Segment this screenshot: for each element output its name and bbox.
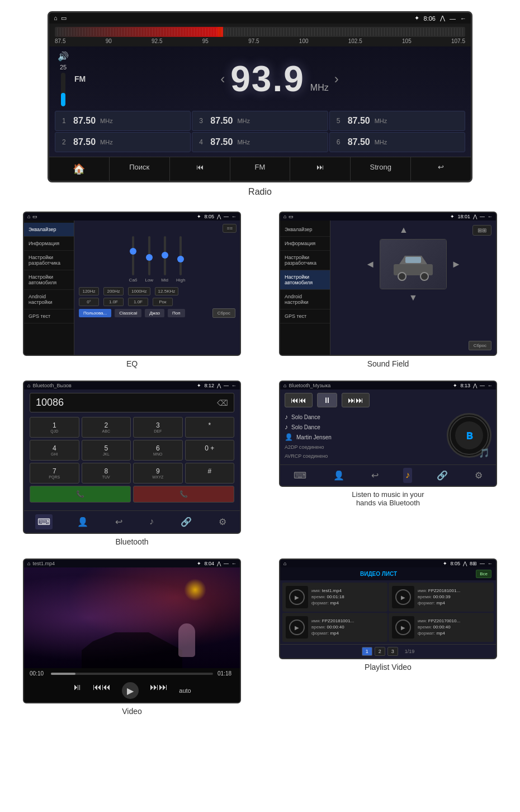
eq-val-1f2[interactable]: 1.0F <box>128 298 148 306</box>
key-5[interactable]: 5JKL <box>82 440 131 461</box>
pv-item-4[interactable]: ▶ имя: FPZ20170010... время: 00:00:40 фо… <box>389 613 494 642</box>
sf-menu-info[interactable]: Информация <box>280 237 330 251</box>
search-button[interactable]: Поиск <box>110 157 170 181</box>
sf-right-arrow[interactable]: ► <box>451 259 461 270</box>
eq-freq-200[interactable]: 200Hz <box>103 287 124 295</box>
video-next-btn[interactable]: ⏭⏭ <box>150 682 168 699</box>
eq-menu-gps[interactable]: GPS тест <box>24 309 74 323</box>
next-freq-arrow[interactable]: › <box>334 71 339 87</box>
key-star[interactable]: * <box>185 417 235 438</box>
bt-music-icon[interactable]: ♪ <box>147 514 156 529</box>
volume-bar[interactable] <box>61 73 65 106</box>
sf-left-arrow[interactable]: ◄ <box>365 259 375 270</box>
video-prev-btn[interactable]: ⏮⏮ <box>93 682 111 699</box>
key-9[interactable]: 9WXYZ <box>133 463 183 484</box>
eq-menu-equalizer[interactable]: Эквалайзер <box>24 223 74 237</box>
pv-info-2: имя: FPZ20181001... время: 00:00:39 форм… <box>418 588 490 607</box>
pv-item-1[interactable]: ▶ имя: test1.mp4 время: 00:01:18 формат:… <box>282 583 387 612</box>
video-row: ⌂ test1.mp4 ✦ 8:04 ⋀ — ← 00:10 <box>8 558 512 724</box>
btm-history-icon[interactable]: ↩ <box>369 468 381 483</box>
bt-history-icon[interactable]: ↩ <box>113 514 125 529</box>
preset-2[interactable]: 2 87.50 MHz <box>55 132 191 152</box>
btm-play-btn[interactable]: ⏸ <box>317 393 337 407</box>
btm-link-icon[interactable]: 🔗 <box>434 468 450 483</box>
video-prog-bar[interactable] <box>51 673 213 675</box>
sf-menu-dev[interactable]: Настройкиразработчика <box>280 251 330 270</box>
pv-page-count: 1/19 <box>405 649 415 654</box>
preset-4[interactable]: 4 87.50 MHz <box>192 132 328 152</box>
eq-reset-btn[interactable]: Сброс <box>212 308 235 318</box>
eq-menu-car[interactable]: Настройкиавтомобиля <box>24 270 74 290</box>
eq-preset-pop[interactable]: Поп <box>168 309 185 317</box>
volume-icon: 🔊 <box>58 51 69 62</box>
btm-contacts-icon[interactable]: 👤 <box>331 468 347 483</box>
btm-music-icon[interactable]: ♪ <box>403 468 412 483</box>
eq-preset-user[interactable]: Пользова... <box>79 309 111 317</box>
eq-preset-classical[interactable]: Classical <box>115 309 141 317</box>
pv-all-btn[interactable]: Все <box>476 570 491 578</box>
eq-val-1f[interactable]: 1.0F <box>103 298 124 306</box>
eq-menu-dev[interactable]: Настройкиразработчика <box>24 251 74 270</box>
btm-bt-icon: ✦ <box>453 383 457 388</box>
sf-menu-gps[interactable]: GPS тест <box>280 309 330 323</box>
sf-menu-equalizer[interactable]: Эквалайзер <box>280 223 330 237</box>
key-4[interactable]: 4GHI <box>30 440 79 461</box>
key-6[interactable]: 6MNO <box>133 440 183 461</box>
home-icon: ⌂ <box>54 15 58 22</box>
sf-down-arrow[interactable]: ▼ <box>335 293 491 303</box>
eq-menu-info[interactable]: Информация <box>24 237 74 251</box>
eq-val-rok[interactable]: Рок <box>153 298 173 306</box>
key-1[interactable]: 1QJD <box>30 417 79 438</box>
key-7[interactable]: 7PQRS <box>30 463 79 484</box>
bt-settings-icon[interactable]: ⚙ <box>216 514 229 529</box>
sf-eq-icon-btn[interactable]: ⊞⊞ <box>472 225 491 236</box>
next-button[interactable]: ⏭ <box>290 157 351 181</box>
btm-settings-icon[interactable]: ⚙ <box>472 468 485 483</box>
key-call[interactable]: 📞 <box>30 486 131 503</box>
eq-preset-jazz[interactable]: Джаз <box>145 309 164 317</box>
preset-6[interactable]: 6 87.50 MHz <box>329 132 465 152</box>
video-play-btn[interactable]: ▶ <box>122 682 139 699</box>
key-0[interactable]: 0 + <box>185 440 235 461</box>
pv-page-1[interactable]: 1 <box>362 647 372 656</box>
eq-freq-120[interactable]: 120Hz <box>79 287 99 295</box>
fm-label: FM <box>74 74 91 83</box>
sf-menu-car[interactable]: Настройкиавтомобиля <box>280 270 330 290</box>
bt-keypad-icon[interactable]: ⌨ <box>35 514 53 529</box>
pv-page-3[interactable]: 3 <box>387 647 398 656</box>
eq-val-0[interactable]: 0° <box>79 298 99 306</box>
pv-page-2[interactable]: 2 <box>375 647 385 656</box>
key-8[interactable]: 8TUV <box>82 463 131 484</box>
prev-button[interactable]: ⏮ <box>170 157 230 181</box>
back-button[interactable]: ↩ <box>411 157 471 181</box>
btm-next-btn[interactable]: ⏭⏭ <box>342 393 370 407</box>
preset-1[interactable]: 1 87.50 MHz <box>55 111 191 131</box>
btm-prev-btn[interactable]: ⏮⏮ <box>285 393 313 407</box>
eq-menu-android[interactable]: Androidнастройки <box>24 290 74 309</box>
key-end[interactable]: 📞 <box>133 486 234 503</box>
btm-keypad-icon[interactable]: ⌨ <box>291 468 309 483</box>
preset-3[interactable]: 3 87.50 MHz <box>192 111 328 131</box>
key-3[interactable]: 3DEF <box>133 417 183 438</box>
prev-freq-arrow[interactable]: ‹ <box>220 71 225 87</box>
strong-button[interactable]: Strong <box>351 157 411 181</box>
pv-item-2[interactable]: ▶ имя: FPZ20181001... время: 00:00:39 фо… <box>389 583 494 612</box>
key-2[interactable]: 2ABC <box>82 417 131 438</box>
sf-up-arrow[interactable]: ▲ <box>399 225 408 236</box>
home-button[interactable]: 🏠 <box>49 157 110 181</box>
bt-contacts-icon[interactable]: 👤 <box>75 514 91 529</box>
sf-reset-btn[interactable]: Сброс <box>469 341 491 350</box>
eq-icon-btn[interactable]: ≡≡ <box>223 224 237 233</box>
fm-button[interactable]: FM <box>230 157 291 181</box>
eq-freq-12k[interactable]: 12.5KHz <box>155 287 179 295</box>
preset-5[interactable]: 5 87.50 MHz <box>329 111 465 131</box>
key-hash[interactable]: # <box>185 463 235 484</box>
bt-link-icon[interactable]: 🔗 <box>178 514 194 529</box>
eq-freq-1k[interactable]: 1000Hz <box>128 287 150 295</box>
freq-slider[interactable] <box>55 27 465 37</box>
video-settings-icon[interactable]: ⏯ <box>73 682 82 699</box>
pv-item-3[interactable]: ▶ имя: FPZ20181001... время: 00:00:40 фо… <box>282 613 387 642</box>
bt-backspace-btn[interactable]: ⌫ <box>217 398 228 407</box>
eq-preset-row: Пользова... Classical Джаз Поп Сброс <box>79 308 235 318</box>
sf-menu-android[interactable]: Androidнастройки <box>280 290 330 309</box>
